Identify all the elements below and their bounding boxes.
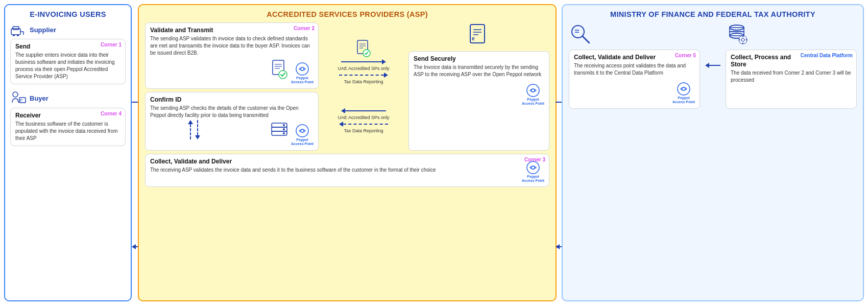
channel-top: UAE Accredited SPs only Tax Data Reporti… <box>337 40 389 84</box>
svg-point-41 <box>678 83 690 95</box>
peppol-icon-3 <box>526 83 540 98</box>
confirm-id-icon: PeppolAccess Point <box>150 121 314 147</box>
corner4-card: Corner 4 Receiver The business software … <box>10 108 126 146</box>
validate-text: The sending ASP validates th invoice dat… <box>150 35 314 57</box>
right-right-col: Central Data Platform Collect, Process a… <box>726 22 857 109</box>
svg-point-22 <box>301 129 304 132</box>
send-securely-title: Send Securely <box>414 55 544 62</box>
validate-peppol: PeppolAccess Point <box>150 59 314 85</box>
svg-point-19 <box>283 128 285 130</box>
arrow-top <box>341 59 386 64</box>
svg-point-42 <box>682 87 685 90</box>
peppol-label-4: PeppolAccess Point <box>522 175 544 183</box>
collect3-inner: Collect, Validate and Deliver The receiv… <box>150 158 544 183</box>
svg-point-21 <box>296 125 308 137</box>
svg-point-18 <box>283 124 285 126</box>
asp-right-col: e Send Securely The Invoice data is tran… <box>408 22 549 151</box>
database-icon <box>271 121 288 136</box>
channel-top-label1: UAE Accredited SPs only <box>337 66 389 71</box>
central-label: Central Data Platform <box>801 53 853 58</box>
peppol-badge-5: PeppolAccess Point <box>672 82 695 105</box>
svg-point-2 <box>13 34 15 36</box>
peppol-label-3: PeppolAccess Point <box>522 98 544 106</box>
corner1-card: Corner 1 Send The supplier enters invoic… <box>10 39 126 84</box>
search-icon-container <box>569 22 700 45</box>
invoice-checkmark-icon <box>271 59 288 80</box>
send-securely-text: The Invoice data is transmitted securely… <box>414 64 544 78</box>
buyer-label: Buyer <box>30 95 49 102</box>
peppol-label-1: PeppolAccess Point <box>291 76 314 85</box>
peppol-badge-2: PeppolAccess Point <box>291 124 314 147</box>
page-container: E-INVOICING USERS Supplier Corner 1 Send… <box>0 0 868 307</box>
svg-point-13 <box>296 63 308 75</box>
peppol-label-5: PeppolAccess Point <box>672 96 695 105</box>
validate-title: Validate and Transmit <box>150 27 314 34</box>
asp-top-section: Corner 2 Validate and Transmit The sendi… <box>145 22 549 151</box>
corner5-card: Corner 5 Collect, Validate and Deliver T… <box>569 50 700 109</box>
arrow-confirm-up <box>188 120 193 139</box>
arrow-bot <box>341 108 386 113</box>
central-card: Central Data Platform Collect, Process a… <box>726 50 857 109</box>
peppol-icon-2 <box>295 124 309 138</box>
corner5-text: The receiving access point validates the… <box>574 62 695 77</box>
database-icon-container <box>726 22 857 45</box>
channel-top-invoice-icon <box>356 40 371 58</box>
peppol-icon-4 <box>526 160 540 175</box>
svg-point-36 <box>532 166 535 169</box>
buyer-icon <box>10 90 27 106</box>
e-doc-icon: e <box>466 22 492 48</box>
collect3-title: Collect, Validate and Deliver <box>150 158 518 165</box>
peppol-icon-5 <box>677 82 691 96</box>
svg-point-34 <box>532 89 535 92</box>
arrow-top-dashed <box>339 73 388 78</box>
svg-line-38 <box>583 36 589 43</box>
e-doc-icon-container: e <box>408 22 549 48</box>
middle-panel-title: ACCREDITED SERVICES PROVIDERS (ASP) <box>145 10 549 18</box>
central-text: The data received from Comer 2 and Corne… <box>731 69 852 84</box>
magnify-icon <box>569 22 592 45</box>
left-panel: E-INVOICING USERS Supplier Corner 1 Send… <box>4 4 132 301</box>
channels-col: UAE Accredited SPs only Tax Data Reporti… <box>323 22 404 151</box>
right-panel: MINISTRY OF FINANCE AND FEDERAL TAX AUTH… <box>562 4 864 301</box>
svg-rect-7 <box>19 98 26 103</box>
peppol-badge-1: PeppolAccess Point <box>291 62 314 85</box>
collect3-card: Corner 3 Collect, Validate and Deliver T… <box>145 154 549 187</box>
peppol-badge-3: PeppolAccess Point <box>522 83 544 106</box>
supplier-icon <box>10 22 27 37</box>
svg-point-3 <box>17 34 19 36</box>
validate-transmit-card: Corner 2 Validate and Transmit The sendi… <box>145 22 319 89</box>
asp-left-col: Corner 2 Validate and Transmit The sendi… <box>145 22 319 151</box>
corner1-text: The supplier enters invoice data into th… <box>15 52 120 80</box>
peppol-badge-4: PeppolAccess Point <box>522 160 544 183</box>
peppol-icon-1 <box>295 62 309 76</box>
corner2-label: Corner 2 <box>294 26 315 31</box>
right-left-col: Corner 5 Collect, Validate and Deliver T… <box>569 22 700 109</box>
supplier-row: Supplier <box>10 22 126 37</box>
arrow-validate-down <box>195 120 200 139</box>
confirm-id-text: The sending ASP checks the details of th… <box>150 105 314 119</box>
collect3-text: The receiving ASP validates the invoice … <box>150 167 518 174</box>
svg-point-20 <box>283 132 285 134</box>
supplier-label: Supplier <box>30 26 56 34</box>
invoice-icon-top <box>356 40 371 58</box>
svg-point-6 <box>13 92 18 97</box>
svg-text:e: e <box>472 36 475 41</box>
channel-bot-label1: UAE Accredited SPs only <box>337 115 389 120</box>
confirm-id-card: Confirm ID The sending ASP checks the de… <box>145 92 319 151</box>
left-panel-title: E-INVOICING USERS <box>10 10 126 18</box>
corner5-peppol: PeppolAccess Point <box>574 79 695 105</box>
collect3-content: Collect, Validate and Deliver The receiv… <box>150 158 518 174</box>
right-content: Corner 5 Collect, Validate and Deliver T… <box>569 22 857 109</box>
arrow-bot-dashed <box>339 122 388 127</box>
corner4-text: The business software of the customer is… <box>15 121 120 142</box>
right-arrow-connector <box>705 22 720 109</box>
channel-top-label2: Tax Data Reporting <box>344 79 383 84</box>
right-panel-title: MINISTRY OF FINANCE AND FEDERAL TAX AUTH… <box>569 10 857 18</box>
middle-panel: ACCREDITED SERVICES PROVIDERS (ASP) Corn… <box>138 4 557 301</box>
channel-bottom: UAE Accredited SPs only Tax Data Reporti… <box>337 108 389 133</box>
corner5-label: Corner 5 <box>675 53 696 58</box>
asp-bottom-section: Corner 3 Collect, Validate and Deliver T… <box>145 154 549 187</box>
send-securely-card: Send Securely The Invoice data is transm… <box>408 51 549 151</box>
svg-point-35 <box>527 161 539 174</box>
svg-point-12 <box>279 70 287 79</box>
